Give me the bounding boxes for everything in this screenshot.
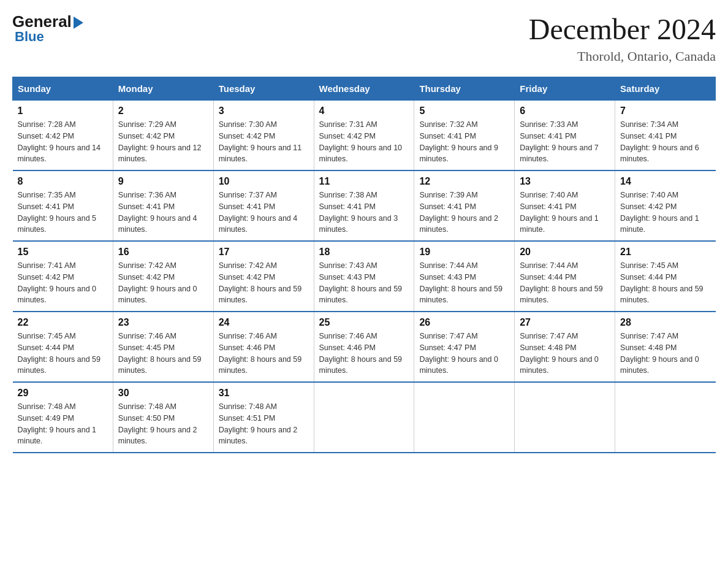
header-thursday: Thursday bbox=[414, 77, 515, 101]
day-info: Sunrise: 7:45 AM Sunset: 4:44 PM Dayligh… bbox=[620, 260, 710, 306]
calendar-cell: 18 Sunrise: 7:43 AM Sunset: 4:43 PM Dayl… bbox=[314, 241, 414, 312]
day-info: Sunrise: 7:41 AM Sunset: 4:42 PM Dayligh… bbox=[18, 260, 108, 306]
header-wednesday: Wednesday bbox=[314, 77, 414, 101]
day-number: 18 bbox=[319, 247, 409, 258]
day-number: 30 bbox=[118, 388, 208, 399]
day-info: Sunrise: 7:34 AM Sunset: 4:41 PM Dayligh… bbox=[620, 119, 710, 165]
calendar-cell: 25 Sunrise: 7:46 AM Sunset: 4:46 PM Dayl… bbox=[314, 312, 414, 382]
calendar-week-row: 1 Sunrise: 7:28 AM Sunset: 4:42 PM Dayli… bbox=[13, 101, 716, 171]
day-info: Sunrise: 7:29 AM Sunset: 4:42 PM Dayligh… bbox=[118, 119, 208, 165]
calendar-cell: 20 Sunrise: 7:44 AM Sunset: 4:44 PM Dayl… bbox=[515, 241, 615, 312]
calendar-cell: 15 Sunrise: 7:41 AM Sunset: 4:42 PM Dayl… bbox=[13, 241, 113, 312]
calendar-cell: 13 Sunrise: 7:40 AM Sunset: 4:41 PM Dayl… bbox=[515, 170, 615, 241]
day-number: 12 bbox=[419, 176, 509, 187]
day-info: Sunrise: 7:42 AM Sunset: 4:42 PM Dayligh… bbox=[118, 260, 208, 306]
day-info: Sunrise: 7:40 AM Sunset: 4:42 PM Dayligh… bbox=[620, 190, 710, 236]
calendar-cell: 24 Sunrise: 7:46 AM Sunset: 4:46 PM Dayl… bbox=[213, 312, 314, 382]
day-info: Sunrise: 7:32 AM Sunset: 4:41 PM Dayligh… bbox=[419, 119, 509, 165]
calendar-cell: 26 Sunrise: 7:47 AM Sunset: 4:47 PM Dayl… bbox=[414, 312, 515, 382]
day-number: 1 bbox=[18, 105, 108, 117]
header-tuesday: Tuesday bbox=[213, 77, 314, 101]
calendar-cell: 28 Sunrise: 7:47 AM Sunset: 4:48 PM Dayl… bbox=[615, 312, 716, 382]
day-number: 26 bbox=[419, 317, 509, 328]
calendar-cell: 30 Sunrise: 7:48 AM Sunset: 4:50 PM Dayl… bbox=[113, 382, 213, 453]
day-info: Sunrise: 7:45 AM Sunset: 4:44 PM Dayligh… bbox=[18, 331, 108, 377]
day-number: 19 bbox=[419, 247, 509, 258]
day-number: 16 bbox=[118, 247, 208, 258]
header-friday: Friday bbox=[515, 77, 615, 101]
day-number: 24 bbox=[219, 317, 309, 328]
day-number: 6 bbox=[520, 105, 610, 117]
calendar-cell: 6 Sunrise: 7:33 AM Sunset: 4:41 PM Dayli… bbox=[515, 101, 615, 171]
calendar-cell: 11 Sunrise: 7:38 AM Sunset: 4:41 PM Dayl… bbox=[314, 170, 414, 241]
day-number: 27 bbox=[520, 317, 610, 328]
day-info: Sunrise: 7:30 AM Sunset: 4:42 PM Dayligh… bbox=[219, 119, 309, 165]
day-number: 15 bbox=[18, 247, 108, 258]
day-info: Sunrise: 7:44 AM Sunset: 4:43 PM Dayligh… bbox=[419, 260, 509, 306]
calendar-week-row: 8 Sunrise: 7:35 AM Sunset: 4:41 PM Dayli… bbox=[13, 170, 716, 241]
calendar-cell: 3 Sunrise: 7:30 AM Sunset: 4:42 PM Dayli… bbox=[213, 101, 314, 171]
day-info: Sunrise: 7:43 AM Sunset: 4:43 PM Dayligh… bbox=[319, 260, 409, 306]
day-info: Sunrise: 7:47 AM Sunset: 4:47 PM Dayligh… bbox=[419, 331, 509, 377]
day-info: Sunrise: 7:44 AM Sunset: 4:44 PM Dayligh… bbox=[520, 260, 610, 306]
day-number: 9 bbox=[118, 176, 208, 187]
calendar-cell bbox=[615, 382, 716, 453]
calendar-cell bbox=[414, 382, 515, 453]
calendar-week-row: 15 Sunrise: 7:41 AM Sunset: 4:42 PM Dayl… bbox=[13, 241, 716, 312]
day-number: 23 bbox=[118, 317, 208, 328]
calendar-cell: 9 Sunrise: 7:36 AM Sunset: 4:41 PM Dayli… bbox=[113, 170, 213, 241]
calendar-week-row: 29 Sunrise: 7:48 AM Sunset: 4:49 PM Dayl… bbox=[13, 382, 716, 453]
calendar-cell: 22 Sunrise: 7:45 AM Sunset: 4:44 PM Dayl… bbox=[13, 312, 113, 382]
day-number: 13 bbox=[520, 176, 610, 187]
calendar-header-row: SundayMondayTuesdayWednesdayThursdayFrid… bbox=[13, 77, 716, 101]
day-number: 21 bbox=[620, 247, 710, 258]
day-info: Sunrise: 7:36 AM Sunset: 4:41 PM Dayligh… bbox=[118, 190, 208, 236]
day-number: 28 bbox=[620, 317, 710, 328]
day-number: 2 bbox=[118, 105, 208, 117]
day-info: Sunrise: 7:48 AM Sunset: 4:51 PM Dayligh… bbox=[219, 401, 309, 447]
day-info: Sunrise: 7:35 AM Sunset: 4:41 PM Dayligh… bbox=[18, 190, 108, 236]
calendar-cell bbox=[515, 382, 615, 453]
logo-arrow-icon bbox=[74, 17, 83, 29]
day-number: 11 bbox=[319, 176, 409, 187]
title-area: December 2024 Thorold, Ontario, Canada bbox=[529, 12, 716, 64]
calendar-table: SundayMondayTuesdayWednesdayThursdayFrid… bbox=[12, 77, 716, 453]
day-number: 5 bbox=[419, 105, 509, 117]
day-number: 3 bbox=[219, 105, 309, 117]
header-sunday: Sunday bbox=[13, 77, 113, 101]
day-info: Sunrise: 7:46 AM Sunset: 4:45 PM Dayligh… bbox=[118, 331, 208, 377]
day-number: 22 bbox=[18, 317, 108, 328]
header-monday: Monday bbox=[113, 77, 213, 101]
day-info: Sunrise: 7:28 AM Sunset: 4:42 PM Dayligh… bbox=[18, 119, 108, 165]
calendar-cell: 8 Sunrise: 7:35 AM Sunset: 4:41 PM Dayli… bbox=[13, 170, 113, 241]
calendar-cell: 4 Sunrise: 7:31 AM Sunset: 4:42 PM Dayli… bbox=[314, 101, 414, 171]
month-title: December 2024 bbox=[529, 12, 716, 46]
day-number: 10 bbox=[219, 176, 309, 187]
day-info: Sunrise: 7:33 AM Sunset: 4:41 PM Dayligh… bbox=[520, 119, 610, 165]
day-info: Sunrise: 7:38 AM Sunset: 4:41 PM Dayligh… bbox=[319, 190, 409, 236]
day-info: Sunrise: 7:48 AM Sunset: 4:49 PM Dayligh… bbox=[18, 401, 108, 447]
day-info: Sunrise: 7:39 AM Sunset: 4:41 PM Dayligh… bbox=[419, 190, 509, 236]
day-number: 8 bbox=[18, 176, 108, 187]
calendar-cell: 23 Sunrise: 7:46 AM Sunset: 4:45 PM Dayl… bbox=[113, 312, 213, 382]
calendar-cell: 12 Sunrise: 7:39 AM Sunset: 4:41 PM Dayl… bbox=[414, 170, 515, 241]
day-info: Sunrise: 7:46 AM Sunset: 4:46 PM Dayligh… bbox=[219, 331, 309, 377]
day-info: Sunrise: 7:42 AM Sunset: 4:42 PM Dayligh… bbox=[219, 260, 309, 306]
calendar-cell: 21 Sunrise: 7:45 AM Sunset: 4:44 PM Dayl… bbox=[615, 241, 716, 312]
day-number: 4 bbox=[319, 105, 409, 117]
day-number: 14 bbox=[620, 176, 710, 187]
page-header: General Blue December 2024 Thorold, Onta… bbox=[12, 12, 716, 64]
calendar-cell: 10 Sunrise: 7:37 AM Sunset: 4:41 PM Dayl… bbox=[213, 170, 314, 241]
logo: General Blue bbox=[12, 12, 83, 45]
day-number: 17 bbox=[219, 247, 309, 258]
calendar-cell: 7 Sunrise: 7:34 AM Sunset: 4:41 PM Dayli… bbox=[615, 101, 716, 171]
day-number: 31 bbox=[219, 388, 309, 399]
calendar-cell: 14 Sunrise: 7:40 AM Sunset: 4:42 PM Dayl… bbox=[615, 170, 716, 241]
day-number: 25 bbox=[319, 317, 409, 328]
day-info: Sunrise: 7:31 AM Sunset: 4:42 PM Dayligh… bbox=[319, 119, 409, 165]
day-number: 20 bbox=[520, 247, 610, 258]
calendar-cell: 16 Sunrise: 7:42 AM Sunset: 4:42 PM Dayl… bbox=[113, 241, 213, 312]
day-info: Sunrise: 7:47 AM Sunset: 4:48 PM Dayligh… bbox=[620, 331, 710, 377]
calendar-cell: 31 Sunrise: 7:48 AM Sunset: 4:51 PM Dayl… bbox=[213, 382, 314, 453]
day-info: Sunrise: 7:37 AM Sunset: 4:41 PM Dayligh… bbox=[219, 190, 309, 236]
